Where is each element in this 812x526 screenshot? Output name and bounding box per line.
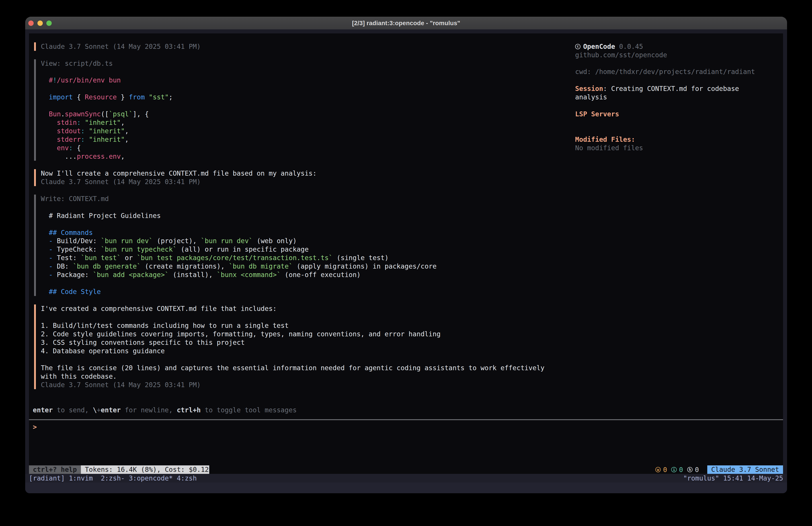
text-segment: enter (101, 406, 121, 414)
tmux-windows: [radiant] 1:nvim 2:zsh- 3:opencode* 4:zs… (29, 474, 197, 483)
tool-title: Write: CONTEXT.md (41, 195, 109, 203)
text-segment: : (77, 118, 81, 126)
status-counters: w 0 i 0 h 0 Claude 3.7 Sonnet (655, 465, 783, 474)
modified-header: Modified Files: (575, 135, 635, 144)
text-segment: , (121, 118, 125, 126)
markdown-line: ## Code Style (41, 287, 101, 296)
message-input[interactable] (29, 421, 783, 465)
text-segment: "sst" (149, 93, 169, 101)
text-segment: Claude 3.7 Sonnet (14 May 2025 03:41 PM) (41, 43, 201, 51)
text-segment: { (73, 144, 81, 152)
text-segment: { (73, 93, 85, 101)
markdown-line: - Package: `bun add <package>` (install)… (41, 271, 361, 279)
markdown-line: - Test: `bun test` or `bun test packages… (41, 254, 389, 262)
info-counter-icon: i (671, 467, 677, 472)
text-segment: The file is concise (20 lines) and captu… (41, 364, 545, 372)
text-segment: Session (575, 85, 603, 93)
markdown-line: - TypeCheck: `bun run typecheck` (all) o… (41, 245, 309, 254)
text-segment: OpenCode (583, 43, 615, 51)
text-segment: `bun run typecheck` (101, 245, 177, 253)
text-segment: ## Code Style (49, 288, 101, 296)
message-text: Now I'll create a comprehensive CONTEXT.… (41, 169, 317, 177)
text-segment: (install), (169, 271, 217, 279)
text-segment: , (125, 127, 129, 135)
text-segment: I've created a comprehensive CONTEXT.md … (41, 305, 277, 312)
text-segment: env (57, 144, 69, 152)
text-segment: ! (53, 76, 57, 84)
tmux-session-info: "romulus" 15:41 14-May-25 (683, 474, 783, 483)
text-segment: "inherit" (89, 127, 125, 135)
text-segment (41, 118, 57, 126)
text-segment: (one-off execution) (281, 271, 361, 279)
text-segment (41, 127, 57, 135)
text-segment: stdin (57, 118, 77, 126)
cwd-line: cwd: /home/thdxr/dev/projects/radiant/ra… (575, 68, 755, 76)
text-segment: ([ (101, 110, 109, 118)
text-segment: - (49, 237, 53, 245)
app-link: github.com/sst/opencode (575, 51, 667, 59)
text-segment (81, 118, 85, 126)
text-segment: 0.0.45 (615, 43, 643, 51)
text-segment: , (125, 136, 129, 143)
text-segment: `psql` (109, 110, 133, 118)
hidden-counter-icon: h (687, 467, 693, 472)
text-segment (41, 110, 49, 118)
message-meta: Claude 3.7 Sonnet (14 May 2025 03:41 PM) (41, 177, 201, 186)
text-segment: (create migrations), (141, 262, 229, 270)
input-separator (29, 419, 783, 420)
text-segment: 1. Build/lint/test commands including ho… (41, 322, 289, 329)
markdown-line: # Radiant Project Guidelines (41, 212, 161, 220)
text-segment: cwd: /home/thdxr/dev/projects/radiant/ra… (575, 68, 755, 75)
code-line: Bun.spawnSync([`psql`], { (41, 110, 149, 118)
lsp-header: LSP Servers (575, 110, 619, 118)
text-segment: : (81, 127, 85, 135)
message-meta: Claude 3.7 Sonnet (14 May 2025 03:41 PM) (41, 381, 201, 389)
text-segment: `bun db generate` (73, 262, 141, 270)
message-text: with this codebase. (41, 372, 117, 381)
app-title: cOpenCode 0.0.45 (575, 42, 643, 51)
text-segment (41, 262, 49, 270)
text-segment: (apply migrations) in packages/core (293, 262, 436, 270)
text-segment: `bun run dev` (201, 237, 253, 245)
text-segment: 4. Database operations guidance (41, 347, 165, 355)
text-segment: # Radiant Project Guidelines (41, 212, 161, 219)
message-indicator-bar (34, 59, 36, 161)
model-badge[interactable]: Claude 3.7 Sonnet (707, 465, 783, 474)
text-segment: : (69, 144, 73, 152)
text-segment: to toggle tool messages (201, 406, 297, 414)
text-segment: ], { (133, 110, 149, 118)
text-segment: `bun run dev` (101, 237, 153, 245)
close-button[interactable] (28, 20, 34, 26)
text-segment: spawnSync (65, 110, 101, 118)
minimize-button[interactable] (38, 20, 43, 26)
text-segment: for newline, (121, 406, 177, 414)
code-line: env: { (41, 144, 81, 152)
text-segment (41, 93, 49, 101)
tool-title: View: script/db.ts (41, 59, 113, 68)
code-line: #!/usr/bin/env bun (41, 76, 121, 84)
input-hints: enter to send, \+enter for newline, ctrl… (33, 406, 296, 414)
message-meta: Claude 3.7 Sonnet (14 May 2025 03:41 PM) (41, 42, 201, 51)
text-segment: DB: (53, 262, 73, 270)
text-segment: to send, (53, 406, 93, 414)
zoom-button[interactable] (46, 20, 52, 26)
text-segment: No modified files (575, 144, 643, 152)
text-segment: Bun (49, 110, 61, 118)
help-hint: ctrl+? help (29, 465, 81, 474)
text-segment: - (49, 271, 53, 279)
text-segment: + (97, 406, 101, 414)
tmux-window-2-zsh[interactable]: 2:zsh- (101, 474, 129, 482)
markdown-line: - DB: `bun db generate` (create migratio… (41, 262, 436, 271)
session-line: Session: Creating CONTEXT.md for codebas… (575, 84, 739, 93)
text-segment (145, 93, 149, 101)
text-segment: "inherit" (89, 136, 125, 143)
text-segment: : (81, 136, 85, 143)
text-segment: TypeCheck: (53, 245, 101, 253)
text-segment: `bun db migrate` (229, 262, 293, 270)
tmux-window-1-nvim[interactable]: 1:nvim (69, 474, 101, 482)
text-segment: process.env (77, 153, 121, 160)
tmux-window-4-zsh[interactable]: 4:zsh (177, 474, 197, 482)
text-segment: enter (33, 406, 53, 414)
window-titlebar[interactable]: [2/3] radiant:3:opencode - "romulus" (25, 17, 787, 29)
tmux-window-3-opencode[interactable]: 3:opencode* (129, 474, 177, 482)
